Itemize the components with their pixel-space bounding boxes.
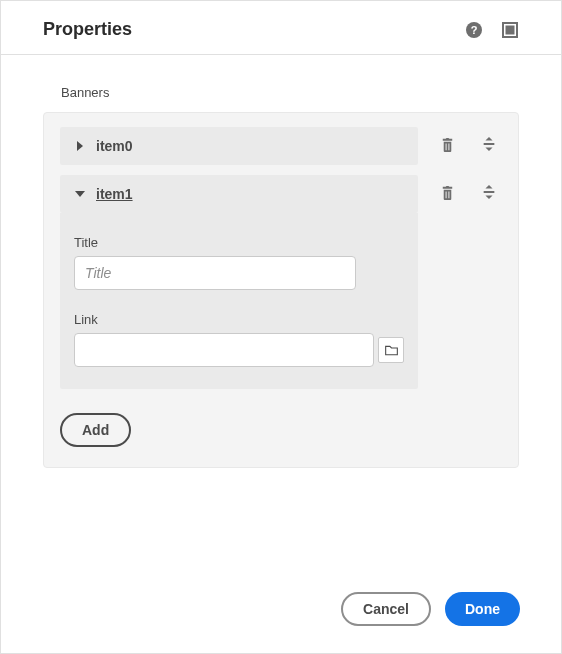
help-icon[interactable]: ? [465, 21, 483, 39]
properties-dialog: Properties ? Banners item0 [0, 0, 562, 654]
item-body-0: item0 [60, 127, 418, 165]
item1-actions [438, 175, 502, 201]
cancel-button[interactable]: Cancel [341, 592, 431, 626]
accordion-header-item0[interactable]: item0 [60, 127, 418, 165]
banners-label: Banners [61, 85, 519, 100]
reorder-icon[interactable] [480, 183, 498, 201]
dialog-footer: Cancel Done [341, 592, 520, 626]
item1-label: item1 [96, 186, 133, 202]
done-button[interactable]: Done [445, 592, 520, 626]
dialog-content: Banners item0 [1, 55, 561, 468]
delete-icon[interactable] [438, 183, 456, 201]
title-label: Title [74, 235, 404, 250]
title-input[interactable] [74, 256, 356, 290]
multifield-item-0: item0 [60, 127, 502, 165]
link-row [74, 333, 404, 367]
chevron-right-icon [74, 140, 86, 152]
svg-rect-3 [507, 26, 514, 33]
chevron-down-icon [74, 188, 86, 200]
item-body-1: item1 Title Link [60, 175, 418, 389]
multifield-item-1: item1 Title Link [60, 175, 502, 389]
reorder-icon[interactable] [480, 135, 498, 153]
delete-icon[interactable] [438, 135, 456, 153]
link-input[interactable] [74, 333, 374, 367]
accordion-header-item1[interactable]: item1 [60, 175, 418, 213]
header-icons: ? [465, 21, 519, 39]
dialog-header: Properties ? [1, 1, 561, 55]
add-button[interactable]: Add [60, 413, 131, 447]
browse-button[interactable] [378, 337, 404, 363]
link-label: Link [74, 312, 404, 327]
banners-multifield: item0 [43, 112, 519, 468]
item1-content: Title Link [60, 213, 418, 389]
link-field-group: Link [74, 312, 404, 367]
dialog-title: Properties [43, 19, 465, 40]
item0-actions [438, 127, 502, 153]
fullscreen-icon[interactable] [501, 21, 519, 39]
item0-label: item0 [96, 138, 133, 154]
title-field-group: Title [74, 235, 404, 290]
svg-text:?: ? [471, 24, 478, 36]
